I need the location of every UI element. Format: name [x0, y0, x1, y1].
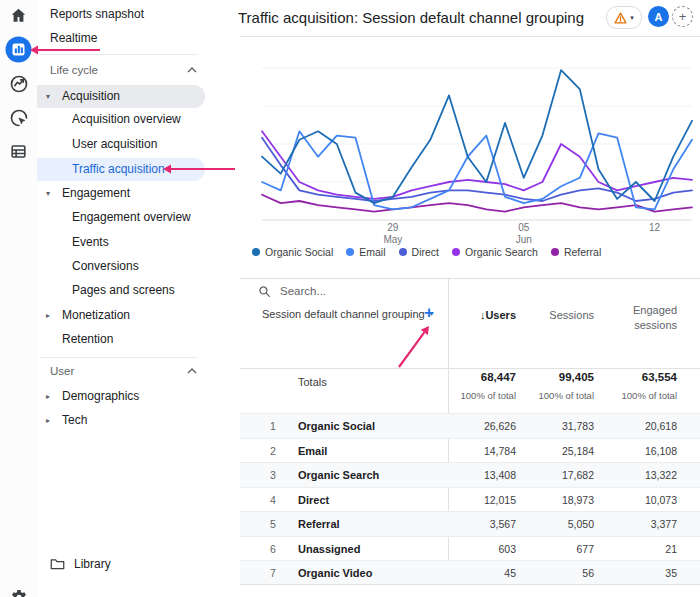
- data-quality-chip[interactable]: ▾: [606, 6, 642, 29]
- sidebar-item-realtime[interactable]: Realtime: [37, 27, 205, 50]
- legend-label: Referral: [564, 246, 601, 258]
- avatar[interactable]: A: [648, 6, 669, 27]
- row-number: 5: [270, 518, 276, 530]
- channel-name: Organic Social: [298, 420, 375, 432]
- sessions-value: 5,050: [520, 518, 594, 530]
- table-row: 4Direct12,01518,97310,073: [240, 487, 700, 512]
- table-row: 6Unassigned60367721: [240, 536, 700, 561]
- sidebar-item-retention[interactable]: Retention: [37, 328, 205, 351]
- sidebar-item-tech[interactable]: ▸Tech: [37, 409, 205, 432]
- search-icon: [258, 285, 271, 298]
- row-number: 4: [270, 494, 276, 506]
- column-header-users[interactable]: ↓Users: [436, 309, 516, 321]
- sidebar-item-label: Engagement: [62, 186, 130, 200]
- sidebar-item-pages-and-screens[interactable]: Pages and screens: [37, 279, 205, 302]
- settings-gear-icon[interactable]: [5, 584, 32, 597]
- dimension-selector[interactable]: Session default channel grouping ▾: [262, 308, 433, 320]
- sidebar-section-life-cycle[interactable]: Life cycle: [37, 59, 205, 82]
- admin-icon[interactable]: [5, 138, 32, 165]
- sidebar-item-user-acquisition[interactable]: User acquisition: [37, 133, 205, 156]
- sidebar-item-label: Reports snapshot: [50, 7, 144, 21]
- line-organic-social: [262, 70, 692, 203]
- header-divider: [240, 36, 700, 37]
- sidebar-item-conversions[interactable]: Conversions: [37, 255, 205, 278]
- row-number: 3: [270, 469, 276, 481]
- users-value: 12,015: [436, 494, 516, 506]
- sidebar-item-acquisition[interactable]: ▾Acquisition: [37, 85, 205, 108]
- legend-item: Organic Search: [452, 246, 538, 258]
- sidebar-item-engagement-overview[interactable]: Engagement overview: [37, 206, 205, 229]
- legend-label: Organic Social: [265, 246, 333, 258]
- sidebar-item-label: Conversions: [72, 259, 139, 273]
- table-bottom-divider: [240, 584, 700, 585]
- totals-top-divider: [240, 368, 700, 369]
- row-number: 7: [270, 567, 276, 579]
- sessions-value: 17,682: [520, 469, 594, 481]
- sidebar-item-library[interactable]: Library: [37, 552, 205, 575]
- table-row: 5Referral3,5675,0503,377: [240, 511, 700, 536]
- channel-name: Organic Video: [298, 567, 372, 579]
- channel-name: Direct: [298, 494, 329, 506]
- x-axis-tick: 05Jun: [502, 222, 546, 246]
- annotation-arrowhead: [421, 326, 429, 335]
- explore-icon[interactable]: [5, 70, 32, 97]
- add-dimension-button[interactable]: +: [424, 303, 434, 323]
- legend-item: Direct: [399, 246, 439, 258]
- column-header-engaged-sessions[interactable]: Engaged sessions: [600, 303, 677, 333]
- legend-item: Organic Social: [252, 246, 333, 258]
- sidebar-item-label: Demographics: [62, 389, 139, 403]
- legend-dot-icon: [346, 248, 354, 256]
- sidebar-item-label: Traffic acquisition: [72, 162, 165, 176]
- engaged-sessions-value: 21: [600, 543, 677, 555]
- caret-right-icon: ▸: [46, 416, 50, 425]
- legend-item: Referral: [551, 246, 601, 258]
- sidebar-item-traffic-acquisition[interactable]: Traffic acquisition: [37, 158, 205, 181]
- chevron-up-icon: [187, 368, 197, 374]
- plus-icon: +: [679, 9, 687, 24]
- sidebar-item-reports-snapshot[interactable]: Reports snapshot: [37, 3, 205, 26]
- add-account-button[interactable]: +: [672, 6, 693, 27]
- sidebar-item-label: Life cycle: [50, 64, 98, 76]
- sidebar-item-label: Events: [72, 235, 109, 249]
- reports-icon[interactable]: [5, 36, 32, 63]
- row-number: 6: [270, 543, 276, 555]
- sidebar-item-label: User acquisition: [72, 137, 157, 151]
- sidebar-item-monetization[interactable]: ▸Monetization: [37, 304, 205, 327]
- sessions-value: 25,184: [520, 445, 594, 457]
- sidebar-section-user[interactable]: User: [37, 360, 205, 383]
- home-icon[interactable]: [5, 2, 32, 29]
- engaged-sessions-value: 13,322: [600, 469, 677, 481]
- sidebar-item-label: Library: [74, 557, 111, 571]
- channel-name: Referral: [298, 518, 340, 530]
- engaged-sessions-value: 20,618: [600, 420, 677, 432]
- sidebar-item-label: Pages and screens: [72, 283, 175, 297]
- legend-dot-icon: [252, 248, 260, 256]
- legend-label: Direct: [412, 246, 439, 258]
- users-value: 45: [436, 567, 516, 579]
- caret-right-icon: ▸: [46, 392, 50, 401]
- chart-legend: Organic SocialEmailDirectOrganic SearchR…: [252, 246, 601, 258]
- sidebar-item-engagement[interactable]: ▾Engagement: [37, 182, 205, 205]
- x-axis-tick: 29May: [371, 222, 415, 246]
- reports-sidebar: Reports snapshotRealtimeLife cycle▾Acqui…: [37, 0, 240, 597]
- dimension-label: Session default channel grouping: [262, 308, 425, 320]
- users-value: 603: [436, 543, 516, 555]
- row-number: 1: [270, 420, 276, 432]
- left-rail: [0, 0, 38, 597]
- sidebar-item-demographics[interactable]: ▸Demographics: [37, 385, 205, 408]
- sidebar-item-label: Retention: [62, 332, 113, 346]
- users-value: 13,408: [436, 469, 516, 481]
- sessions-value: 31,783: [520, 420, 594, 432]
- sidebar-item-acquisition-overview[interactable]: Acquisition overview: [37, 108, 205, 131]
- totals-engaged: 63,554: [600, 371, 677, 383]
- sidebar-item-events[interactable]: Events: [37, 231, 205, 254]
- users-value: 26,626: [436, 420, 516, 432]
- traffic-line-chart: [240, 40, 700, 240]
- annotation-arrow-line: [399, 332, 424, 367]
- caret-down-icon: ▾: [46, 92, 50, 101]
- column-header-sessions[interactable]: Sessions: [520, 309, 594, 321]
- advertising-icon[interactable]: [5, 104, 32, 131]
- chevron-up-icon: [187, 67, 197, 73]
- legend-dot-icon: [551, 248, 559, 256]
- search-input[interactable]: Search...: [258, 281, 326, 301]
